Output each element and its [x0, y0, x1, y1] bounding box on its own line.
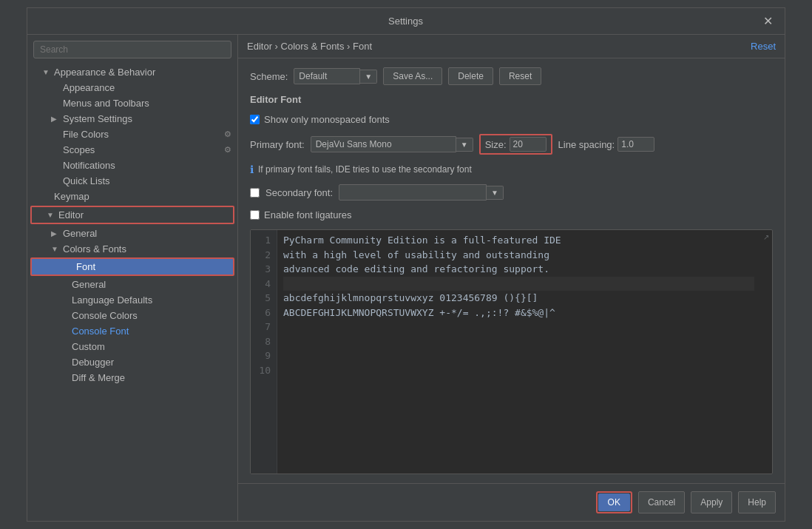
breadcrumb-reset-button[interactable]: Reset	[751, 41, 776, 52]
sidebar-item-language-defaults[interactable]: Language Defaults	[27, 292, 237, 308]
sidebar-item-appearance-behavior[interactable]: ▼ Appearance & Behavior	[27, 64, 237, 80]
expand-arrow-icon: ▶	[51, 115, 60, 123]
preview-line: abcdefghijklmnopqrstuvwxyz 0123456789 ()…	[283, 291, 754, 306]
preview-line	[283, 320, 754, 334]
sidebar-item-general2[interactable]: General	[27, 277, 237, 292]
settings-icon: ⚙	[224, 129, 231, 139]
line-number: 3	[257, 262, 271, 277]
sidebar-item-keymap[interactable]: Keymap	[27, 189, 237, 204]
font-select-wrap: ▼	[311, 136, 473, 152]
expand-arrow-icon: ▼	[51, 245, 60, 253]
line-spacing-input[interactable]	[618, 137, 654, 152]
cancel-button[interactable]: Cancel	[638, 491, 685, 513]
apply-button[interactable]: Apply	[691, 491, 732, 513]
ligatures-checkbox[interactable]	[250, 210, 260, 220]
secondary-font-input[interactable]	[339, 184, 487, 201]
secondary-font-label: Secondary font:	[265, 187, 333, 198]
sidebar-item-menus-toolbars[interactable]: Menus and Toolbars	[27, 95, 237, 111]
delete-button[interactable]: Delete	[448, 67, 493, 85]
font-dropdown-arrow[interactable]: ▼	[456, 138, 473, 152]
line-number: 7	[257, 320, 271, 334]
dialog-body: ▼ Appearance & Behavior Appearance Menus…	[27, 35, 785, 521]
line-spacing-label: Line spacing:	[558, 139, 615, 150]
line-spacing-wrap: Line spacing:	[558, 137, 655, 152]
sidebar-item-system-settings[interactable]: ▶ System Settings	[27, 111, 237, 127]
sidebar-item-console-font[interactable]: Console Font	[27, 323, 237, 339]
scheme-select[interactable]: Default	[294, 68, 360, 84]
sidebar-item-label: File Colors	[63, 129, 109, 140]
main-content: Editor › Colors & Fonts › Font Reset Sch…	[238, 35, 785, 521]
line-number: 9	[257, 348, 271, 363]
settings-dialog: Settings ✕ ▼ Appearance & Behavior Appea…	[27, 7, 785, 522]
sidebar-item-label: System Settings	[63, 113, 132, 124]
font-highlight-box: Font	[30, 257, 234, 276]
preview-code: PyCharm Community Edition is a full-feat…	[277, 230, 760, 474]
preview-corner-icon: ↗	[760, 230, 772, 474]
primary-font-label: Primary font:	[250, 139, 305, 150]
preview-container: 1 2 3 4 5 6 7 8 9 10 PyCharm Community E…	[250, 229, 773, 474]
ligatures-label: Enable font ligatures	[264, 209, 352, 220]
line-number: 2	[257, 248, 271, 263]
sidebar-item-console-colors[interactable]: Console Colors	[27, 308, 237, 323]
line-number: 8	[257, 334, 271, 349]
sidebar-item-appearance[interactable]: Appearance	[27, 80, 237, 95]
close-button[interactable]: ✕	[760, 14, 776, 28]
sidebar-item-diff-merge[interactable]: Diff & Merge	[27, 370, 237, 385]
preview-line: PyCharm Community Edition is a full-feat…	[283, 233, 754, 248]
ligatures-checkbox-row: Enable font ligatures	[250, 209, 773, 220]
expand-arrow-icon: ▼	[42, 68, 51, 76]
dialog-titlebar: Settings ✕	[27, 8, 785, 35]
ok-button-wrap: OK	[596, 491, 632, 513]
sidebar: ▼ Appearance & Behavior Appearance Menus…	[27, 35, 238, 521]
sidebar-item-label: Keymap	[54, 191, 89, 202]
dialog-footer: OK Cancel Apply Help	[238, 483, 785, 521]
secondary-font-row: Secondary font: ▼	[250, 184, 773, 201]
ok-button[interactable]: OK	[598, 493, 630, 511]
sidebar-item-debugger[interactable]: Debugger	[27, 354, 237, 370]
sidebar-item-label: Menus and Toolbars	[63, 98, 149, 109]
size-label: Size:	[485, 139, 507, 150]
sidebar-item-label: Quick Lists	[63, 175, 110, 186]
monospace-checkbox-row: Show only monospaced fonts	[250, 114, 773, 125]
preview-line: ABCDEFGHIJKLMNOPQRSTUVWXYZ +-*/= .,;:!? …	[283, 306, 754, 320]
primary-font-input[interactable]	[311, 136, 456, 152]
sidebar-item-label: Language Defaults	[72, 294, 152, 306]
sidebar-item-label: General	[72, 279, 106, 290]
size-wrap: Size:	[479, 134, 552, 155]
help-button[interactable]: Help	[738, 491, 776, 513]
sidebar-item-label: Appearance & Behavior	[54, 67, 155, 78]
sidebar-item-label: Scopes	[63, 144, 95, 155]
editor-highlight-box: ▼ Editor	[30, 206, 234, 224]
scheme-select-wrap: Default ▼	[294, 68, 377, 84]
preview-line: advanced code editing and refactoring su…	[283, 262, 754, 277]
sidebar-item-quick-lists[interactable]: Quick Lists	[27, 173, 237, 189]
info-text: If primary font fails, IDE tries to use …	[258, 164, 472, 175]
monospace-checkbox[interactable]	[250, 115, 260, 124]
secondary-font-checkbox[interactable]	[250, 188, 260, 198]
sidebar-item-editor[interactable]: ▼ Editor	[32, 207, 233, 223]
line-number: 5	[257, 291, 271, 306]
sidebar-item-font[interactable]: Font	[32, 259, 233, 274]
sidebar-item-file-colors[interactable]: File Colors ⚙	[27, 127, 237, 142]
line-number: 6	[257, 306, 271, 320]
editor-font-section: Editor Font	[250, 94, 773, 105]
primary-font-row: Primary font: ▼ Size: Line spacing:	[250, 134, 773, 155]
sidebar-item-colors-fonts[interactable]: ▼ Colors & Fonts	[27, 241, 237, 257]
secondary-font-select-wrap: ▼	[339, 184, 504, 201]
editor-font-title: Editor Font	[250, 94, 301, 105]
secondary-font-arrow[interactable]: ▼	[487, 186, 504, 200]
sidebar-item-custom[interactable]: Custom	[27, 339, 237, 354]
reset-button[interactable]: Reset	[499, 67, 541, 85]
line-number: 10	[257, 363, 271, 378]
save-as-button[interactable]: Save As...	[383, 67, 442, 85]
sidebar-item-scopes[interactable]: Scopes ⚙	[27, 142, 237, 158]
search-input[interactable]	[33, 41, 231, 58]
size-input[interactable]	[510, 137, 547, 152]
preview-gutter: 1 2 3 4 5 6 7 8 9 10	[251, 230, 277, 474]
expand-arrow-icon: ▼	[47, 211, 55, 219]
sidebar-item-notifications[interactable]: Notifications	[27, 158, 237, 173]
expand-arrow-icon: ▶	[51, 229, 60, 237]
sidebar-item-label: Font	[76, 261, 95, 272]
scheme-dropdown-arrow[interactable]: ▼	[360, 70, 377, 84]
sidebar-item-general[interactable]: ▶ General	[27, 226, 237, 241]
